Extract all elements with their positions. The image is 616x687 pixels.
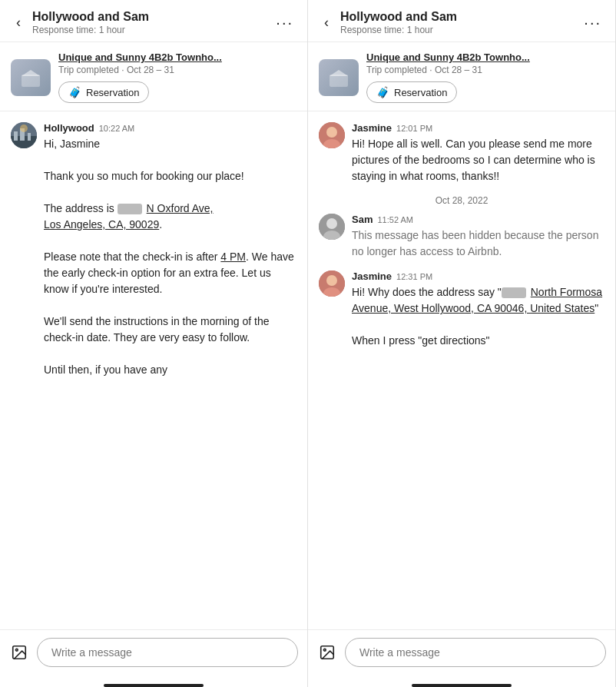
message-row-hollywood: Hollywood 10:22 AM Hi, Jasmine Thank you… bbox=[11, 122, 296, 378]
left-home-indicator bbox=[104, 684, 204, 687]
message-content-hollywood: Hollywood 10:22 AM Hi, Jasmine Thank you… bbox=[44, 122, 296, 378]
right-message-input[interactable] bbox=[345, 638, 606, 667]
date-divider-oct28: Oct 28, 2022 bbox=[319, 195, 604, 206]
message-text-sam-hidden: This message has been hidden because the… bbox=[352, 227, 604, 260]
property-thumbnail-icon bbox=[20, 67, 41, 88]
left-trip-dates: Trip completed · Oct 28 – 31 bbox=[58, 65, 296, 75]
right-property-name[interactable]: Unique and Sunny 4B2b Townho... bbox=[366, 51, 574, 63]
blurred-address-right bbox=[502, 287, 526, 298]
avatar-hollywood bbox=[11, 122, 37, 148]
avatar-sam bbox=[319, 214, 345, 240]
right-response-time: Response time: 1 hour bbox=[340, 25, 581, 35]
left-response-time: Response time: 1 hour bbox=[32, 25, 273, 35]
right-trip-dates: Trip completed · Oct 28 – 31 bbox=[366, 65, 604, 75]
left-property-card: Unique and Sunny 4B2b Townho... Trip com… bbox=[0, 42, 307, 111]
left-image-icon[interactable] bbox=[8, 641, 31, 664]
left-property-details: Unique and Sunny 4B2b Townho... Trip com… bbox=[58, 51, 296, 103]
message-content-jasmine-1: Jasmine 12:01 PM Hi! Hope all is well. C… bbox=[352, 122, 604, 184]
right-reservation-icon: 🧳 bbox=[376, 86, 389, 98]
sender-jasmine-2: Jasmine bbox=[352, 270, 392, 282]
left-messages: Hollywood 10:22 AM Hi, Jasmine Thank you… bbox=[0, 111, 307, 629]
time-jasmine-2: 12:31 PM bbox=[396, 272, 432, 281]
svg-marker-11 bbox=[330, 70, 348, 76]
avatar-jasmine-1 bbox=[319, 122, 345, 148]
time-jasmine-1: 12:01 PM bbox=[396, 124, 432, 133]
left-input-bar bbox=[0, 629, 307, 679]
svg-rect-0 bbox=[22, 75, 40, 87]
svg-point-7 bbox=[20, 124, 28, 132]
message-row-jasmine-2: Jasmine 12:31 PM Hi! Why does the addres… bbox=[319, 270, 604, 349]
right-messages: Jasmine 12:01 PM Hi! Hope all is well. C… bbox=[308, 111, 615, 629]
sender-hollywood: Hollywood bbox=[44, 122, 94, 134]
svg-marker-1 bbox=[22, 70, 40, 76]
left-message-input[interactable] bbox=[37, 638, 298, 667]
svg-point-9 bbox=[15, 649, 18, 651]
right-header-info: Hollywood and Sam Response time: 1 hour bbox=[337, 9, 581, 35]
left-more-options[interactable]: ··· bbox=[273, 14, 296, 32]
right-image-icon[interactable] bbox=[316, 641, 339, 664]
left-panel: ‹ Hollywood and Sam Response time: 1 hou… bbox=[0, 0, 308, 687]
svg-point-22 bbox=[323, 649, 326, 651]
svg-rect-4 bbox=[14, 131, 18, 141]
message-text-hollywood: Hi, Jasmine Thank you so much for bookin… bbox=[44, 136, 296, 378]
sender-sam: Sam bbox=[352, 214, 373, 225]
left-property-image bbox=[11, 59, 51, 96]
left-property-name[interactable]: Unique and Sunny 4B2b Townho... bbox=[58, 51, 266, 63]
right-panel: ‹ Hollywood and Sam Response time: 1 hou… bbox=[308, 0, 616, 687]
checkin-time: 4 PM bbox=[220, 251, 246, 263]
back-button-left[interactable]: ‹ bbox=[8, 12, 29, 33]
left-conversation-title: Hollywood and Sam bbox=[32, 9, 273, 24]
svg-point-13 bbox=[326, 127, 337, 138]
time-sam: 11:52 AM bbox=[377, 215, 412, 224]
right-conversation-title: Hollywood and Sam bbox=[340, 9, 581, 24]
right-more-options[interactable]: ··· bbox=[581, 14, 604, 32]
blurred-address bbox=[118, 204, 142, 214]
left-header-info: Hollywood and Sam Response time: 1 hour bbox=[29, 9, 273, 35]
time-hollywood: 10:22 AM bbox=[99, 124, 134, 133]
right-reservation-button[interactable]: 🧳 Reservation bbox=[366, 81, 457, 103]
svg-point-19 bbox=[326, 275, 337, 286]
message-row-sam: Sam 11:52 AM This message has been hidde… bbox=[319, 214, 604, 260]
message-text-jasmine-2: Hi! Why does the address say " North For… bbox=[352, 284, 604, 349]
avatar-jasmine-2 bbox=[319, 270, 345, 297]
reservation-icon: 🧳 bbox=[68, 86, 81, 98]
right-property-thumbnail-icon bbox=[328, 67, 349, 88]
message-row-jasmine-1: Jasmine 12:01 PM Hi! Hope all is well. C… bbox=[319, 122, 604, 184]
sender-jasmine-1: Jasmine bbox=[352, 122, 392, 134]
formosa-address: North Formosa Avenue, West Hollywood, CA… bbox=[352, 286, 602, 314]
right-input-bar bbox=[308, 629, 615, 679]
svg-rect-6 bbox=[28, 133, 31, 141]
right-property-details: Unique and Sunny 4B2b Townho... Trip com… bbox=[366, 51, 604, 103]
back-button-right[interactable]: ‹ bbox=[316, 12, 337, 33]
right-property-card: Unique and Sunny 4B2b Townho... Trip com… bbox=[308, 42, 615, 111]
right-property-image bbox=[319, 59, 359, 96]
svg-point-16 bbox=[326, 218, 337, 229]
message-content-sam: Sam 11:52 AM This message has been hidde… bbox=[352, 214, 604, 260]
right-home-indicator bbox=[412, 684, 512, 687]
left-header: ‹ Hollywood and Sam Response time: 1 hou… bbox=[0, 0, 307, 42]
message-text-jasmine-1: Hi! Hope all is well. Can you please sen… bbox=[352, 136, 604, 184]
left-reservation-button[interactable]: 🧳 Reservation bbox=[58, 81, 149, 103]
svg-rect-10 bbox=[330, 75, 348, 87]
message-content-jasmine-2: Jasmine 12:31 PM Hi! Why does the addres… bbox=[352, 270, 604, 349]
right-header: ‹ Hollywood and Sam Response time: 1 hou… bbox=[308, 0, 615, 42]
